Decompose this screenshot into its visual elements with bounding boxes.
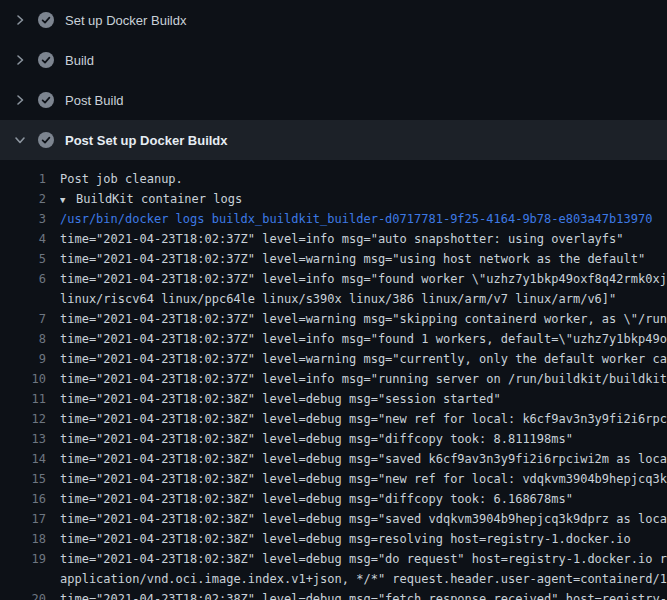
log-line-number[interactable]: 4: [0, 229, 46, 249]
log-line-number[interactable]: 16: [0, 489, 46, 509]
log-line-number[interactable]: 10: [0, 369, 46, 389]
log-line-number[interactable]: 3: [0, 209, 46, 229]
log-line-text: time="2021-04-23T18:02:38Z" level=debug …: [60, 512, 667, 526]
chevron-down-icon: [13, 133, 27, 147]
log-line: 15 time="2021-04-23T18:02:38Z" level=deb…: [0, 469, 667, 489]
chevron-right-icon: [13, 53, 27, 67]
step-section-title: Post Build: [65, 93, 124, 108]
log-line: 5 time="2021-04-23T18:02:37Z" level=warn…: [0, 249, 667, 269]
log-line: 13 time="2021-04-23T18:02:38Z" level=deb…: [0, 429, 667, 449]
log-line-number[interactable]: 15: [0, 469, 46, 489]
log-line: 14 time="2021-04-23T18:02:38Z" level=deb…: [0, 449, 667, 469]
log-content: 1 Post job cleanup. 2 ▼BuildKit containe…: [0, 160, 667, 600]
log-line-text: time="2021-04-23T18:02:37Z" level=info m…: [60, 272, 667, 286]
log-line-number[interactable]: 18: [0, 529, 46, 549]
group-expand-icon[interactable]: ▼: [60, 190, 76, 210]
log-line-number[interactable]: 2: [0, 189, 46, 209]
log-line: 6 time="2021-04-23T18:02:37Z" level=info…: [0, 269, 667, 289]
log-line: 18 time="2021-04-23T18:02:38Z" level=deb…: [0, 529, 667, 549]
log-line-number[interactable]: 8: [0, 329, 46, 349]
log-line: 9 time="2021-04-23T18:02:37Z" level=warn…: [0, 349, 667, 369]
workflow-log-viewer: Set up Docker Buildx Build P: [0, 0, 667, 600]
log-line-number[interactable]: 11: [0, 389, 46, 409]
log-line-text: Post job cleanup.: [60, 172, 183, 186]
log-line-number[interactable]: [0, 569, 46, 589]
log-line-text: time="2021-04-23T18:02:38Z" level=debug …: [60, 592, 667, 600]
log-line: 16 time="2021-04-23T18:02:38Z" level=deb…: [0, 489, 667, 509]
log-line-text: time="2021-04-23T18:02:38Z" level=debug …: [60, 432, 573, 446]
log-line-number[interactable]: 6: [0, 269, 46, 289]
log-line: 8 time="2021-04-23T18:02:37Z" level=info…: [0, 329, 667, 349]
log-line-number[interactable]: [0, 289, 46, 309]
log-line-text: time="2021-04-23T18:02:37Z" level=info m…: [60, 372, 667, 386]
step-section-header-set-up-docker-buildx[interactable]: Set up Docker Buildx: [0, 0, 667, 40]
log-line-text: time="2021-04-23T18:02:37Z" level=info m…: [60, 232, 624, 246]
log-line: 20 time="2021-04-23T18:02:38Z" level=deb…: [0, 589, 667, 600]
log-line: 3 /usr/bin/docker logs buildx_buildkit_b…: [0, 209, 667, 229]
log-line-text: time="2021-04-23T18:02:37Z" level=warnin…: [60, 352, 667, 366]
log-line-text: time="2021-04-23T18:02:38Z" level=debug …: [60, 392, 501, 406]
chevron-right-icon: [13, 93, 27, 107]
log-line: 4 time="2021-04-23T18:02:37Z" level=info…: [0, 229, 667, 249]
log-line-number[interactable]: 1: [0, 169, 46, 189]
check-circle-icon: [38, 12, 54, 28]
log-line-text: time="2021-04-23T18:02:38Z" level=debug …: [60, 532, 631, 546]
log-line: 1 Post job cleanup.: [0, 169, 667, 189]
step-section-header-post-set-up-docker-buildx[interactable]: Post Set up Docker Buildx: [0, 120, 667, 160]
log-line-text: time="2021-04-23T18:02:37Z" level=warnin…: [60, 252, 645, 266]
log-line-wrap: linux/riscv64 linux/ppc64le linux/s390x …: [0, 289, 667, 309]
log-line-text: time="2021-04-23T18:02:37Z" level=info m…: [60, 332, 667, 346]
log-line-number[interactable]: 19: [0, 549, 46, 569]
step-section-header-build[interactable]: Build: [0, 40, 667, 80]
log-line-text: time="2021-04-23T18:02:38Z" level=debug …: [60, 412, 667, 426]
log-line: 17 time="2021-04-23T18:02:38Z" level=deb…: [0, 509, 667, 529]
log-line: 12 time="2021-04-23T18:02:38Z" level=deb…: [0, 409, 667, 429]
step-section-title: Build: [65, 53, 94, 68]
log-line-text: time="2021-04-23T18:02:38Z" level=debug …: [60, 472, 667, 486]
log-line-number[interactable]: 20: [0, 589, 46, 600]
log-line-text: time="2021-04-23T18:02:38Z" level=debug …: [60, 452, 667, 466]
log-line: 11 time="2021-04-23T18:02:38Z" level=deb…: [0, 389, 667, 409]
log-line-number[interactable]: 5: [0, 249, 46, 269]
log-line-number[interactable]: 7: [0, 309, 46, 329]
log-line: 2 ▼BuildKit container logs: [0, 189, 667, 209]
log-line: 19 time="2021-04-23T18:02:38Z" level=deb…: [0, 549, 667, 569]
log-line-text: BuildKit container logs: [76, 192, 242, 206]
check-circle-icon: [38, 132, 54, 148]
chevron-right-icon: [13, 13, 27, 27]
log-line-number[interactable]: 17: [0, 509, 46, 529]
log-line-number[interactable]: 9: [0, 349, 46, 369]
log-line-text: time="2021-04-23T18:02:38Z" level=debug …: [60, 552, 667, 566]
log-line: 7 time="2021-04-23T18:02:37Z" level=warn…: [0, 309, 667, 329]
step-section-title: Set up Docker Buildx: [65, 13, 186, 28]
log-line: 10 time="2021-04-23T18:02:37Z" level=inf…: [0, 369, 667, 389]
log-line-text: linux/riscv64 linux/ppc64le linux/s390x …: [60, 292, 616, 306]
log-line-text: time="2021-04-23T18:02:38Z" level=debug …: [60, 492, 573, 506]
log-line-text: application/vnd.oci.image.index.v1+json,…: [60, 572, 667, 586]
log-line-text: time="2021-04-23T18:02:37Z" level=warnin…: [60, 312, 667, 326]
step-section-header-post-build[interactable]: Post Build: [0, 80, 667, 120]
step-section-title: Post Set up Docker Buildx: [65, 133, 228, 148]
check-circle-icon: [38, 92, 54, 108]
log-line-text: /usr/bin/docker logs buildx_buildkit_bui…: [60, 212, 652, 226]
log-line-wrap: application/vnd.oci.image.index.v1+json,…: [0, 569, 667, 589]
log-line-number[interactable]: 13: [0, 429, 46, 449]
log-line-number[interactable]: 14: [0, 449, 46, 469]
check-circle-icon: [38, 52, 54, 68]
log-line-number[interactable]: 12: [0, 409, 46, 429]
